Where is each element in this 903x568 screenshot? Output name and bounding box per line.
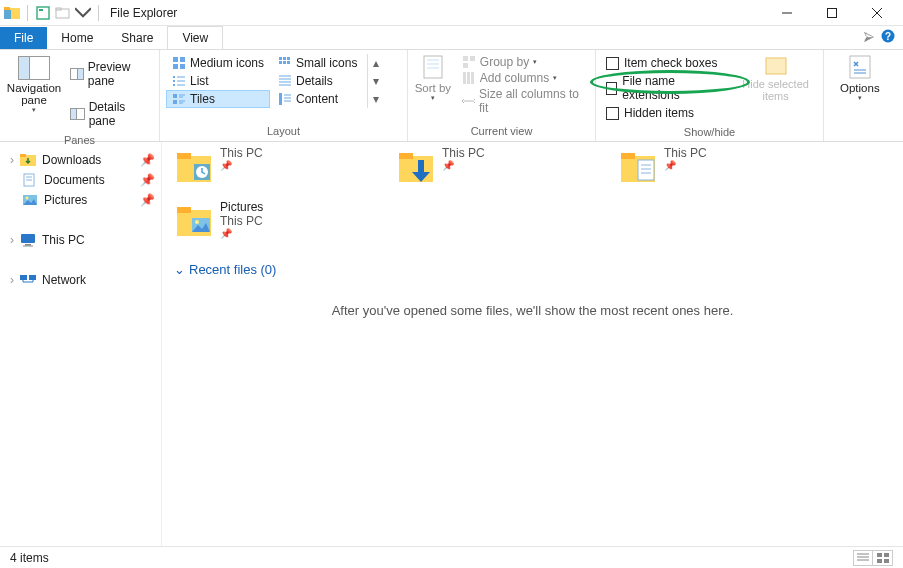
- window-title: File Explorer: [110, 6, 177, 20]
- tile-item[interactable]: This PC📌: [614, 142, 824, 190]
- svg-rect-21: [283, 61, 286, 64]
- title-bar: File Explorer: [0, 0, 903, 26]
- svg-rect-67: [23, 246, 33, 247]
- layout-scroll-up[interactable]: ▴: [370, 54, 382, 72]
- help-icon[interactable]: ?: [881, 29, 895, 46]
- svg-rect-6: [56, 8, 61, 10]
- layout-details[interactable]: Details: [272, 72, 363, 90]
- svg-point-64: [26, 197, 29, 200]
- details-pane-button[interactable]: Details pane: [66, 98, 153, 130]
- svg-rect-48: [470, 56, 475, 61]
- content-area: This PC📌 This PC📌 This PC📌 PicturesThis …: [162, 142, 903, 546]
- layout-tiles[interactable]: Tiles: [166, 90, 270, 108]
- layout-content[interactable]: Content: [272, 90, 363, 108]
- layout-list[interactable]: List: [166, 72, 270, 90]
- current-view-group-label: Current view: [414, 123, 589, 139]
- sidebar-item-documents[interactable]: Documents 📌: [0, 170, 161, 190]
- hide-selected-button[interactable]: Hide selected items: [734, 54, 817, 102]
- view-details-toggle[interactable]: [853, 550, 873, 566]
- svg-point-88: [195, 220, 199, 224]
- recent-files-header[interactable]: ⌄ Recent files (0): [174, 262, 895, 277]
- close-button[interactable]: [854, 0, 899, 26]
- svg-rect-4: [39, 9, 43, 11]
- svg-rect-54: [766, 58, 786, 74]
- svg-rect-16: [180, 64, 185, 69]
- svg-rect-39: [279, 93, 282, 105]
- svg-rect-94: [877, 559, 882, 563]
- sort-by-button[interactable]: Sort by ▾: [414, 54, 452, 102]
- navigation-pane-button[interactable]: Navigation pane ▾: [6, 54, 62, 116]
- svg-rect-18: [283, 57, 286, 60]
- chevron-right-icon: ›: [10, 153, 14, 167]
- qat-customize-icon[interactable]: [75, 5, 91, 21]
- tab-view[interactable]: View: [167, 26, 223, 49]
- minimize-button[interactable]: [764, 0, 809, 26]
- tab-file[interactable]: File: [0, 27, 47, 49]
- minimize-ribbon-icon[interactable]: ⮚: [863, 31, 875, 45]
- svg-rect-51: [467, 72, 470, 84]
- svg-rect-52: [471, 72, 474, 84]
- layout-small-icons[interactable]: Small icons: [272, 54, 363, 72]
- svg-rect-59: [20, 154, 26, 157]
- options-button[interactable]: Options ▾: [830, 54, 890, 102]
- qat-new-folder-icon[interactable]: [55, 5, 71, 21]
- tab-share[interactable]: Share: [107, 27, 167, 49]
- item-check-boxes-checkbox[interactable]: Item check boxes: [602, 54, 722, 72]
- status-bar: 4 items: [0, 546, 903, 568]
- status-item-count: 4 items: [10, 551, 49, 565]
- group-by-button[interactable]: Group by ▾: [458, 54, 589, 70]
- pin-icon: 📌: [140, 153, 155, 167]
- sidebar-item-pictures[interactable]: Pictures 📌: [0, 190, 161, 210]
- layout-scroll-down[interactable]: ▾: [370, 72, 382, 90]
- svg-rect-36: [173, 100, 177, 104]
- sidebar-item-downloads[interactable]: › Downloads 📌: [0, 150, 161, 170]
- svg-rect-68: [20, 275, 27, 280]
- panes-group-label: Panes: [6, 132, 153, 148]
- svg-rect-22: [287, 61, 290, 64]
- layout-scroll-more[interactable]: ▾: [370, 90, 382, 108]
- svg-rect-1: [4, 7, 10, 10]
- layout-medium-icons[interactable]: Medium icons: [166, 54, 270, 72]
- file-explorer-icon: [4, 5, 20, 21]
- tile-item[interactable]: PicturesThis PC📌: [170, 196, 380, 244]
- svg-rect-17: [279, 57, 282, 60]
- hidden-items-checkbox[interactable]: Hidden items: [602, 104, 722, 122]
- svg-rect-47: [463, 56, 468, 61]
- navigation-sidebar: › Downloads 📌 Documents 📌 Pictures 📌 › T…: [0, 142, 162, 546]
- preview-pane-button[interactable]: Preview pane: [66, 58, 153, 90]
- svg-rect-55: [850, 56, 870, 78]
- svg-rect-25: [173, 80, 175, 82]
- size-columns-button[interactable]: Size all columns to fit: [458, 86, 589, 116]
- svg-rect-2: [4, 10, 11, 19]
- sidebar-item-network[interactable]: › Network: [0, 270, 161, 290]
- svg-rect-33: [173, 94, 177, 98]
- recent-empty-message: After you've opened some files, we'll sh…: [170, 303, 895, 318]
- svg-rect-65: [21, 234, 35, 243]
- svg-rect-78: [399, 153, 413, 159]
- qat-properties-icon[interactable]: [35, 5, 51, 21]
- tab-home[interactable]: Home: [47, 27, 107, 49]
- pin-icon: 📌: [442, 160, 485, 171]
- tile-item[interactable]: This PC📌: [392, 142, 602, 190]
- svg-rect-92: [877, 553, 882, 557]
- folder-downloads-icon: [396, 146, 436, 186]
- svg-rect-80: [621, 153, 635, 159]
- svg-rect-49: [463, 63, 468, 68]
- show-hide-group-label: Show/hide: [602, 124, 817, 140]
- svg-rect-3: [37, 7, 49, 19]
- svg-rect-20: [279, 61, 282, 64]
- view-thumbnails-toggle[interactable]: [873, 550, 893, 566]
- file-name-extensions-checkbox[interactable]: File name extensions: [602, 72, 722, 104]
- pin-icon: 📌: [140, 193, 155, 207]
- svg-text:?: ?: [885, 31, 891, 42]
- maximize-button[interactable]: [809, 0, 854, 26]
- sidebar-item-this-pc[interactable]: › This PC: [0, 230, 161, 250]
- svg-rect-14: [180, 57, 185, 62]
- svg-rect-93: [884, 553, 889, 557]
- tile-item[interactable]: This PC📌: [170, 142, 380, 190]
- add-columns-button[interactable]: Add columns ▾: [458, 70, 589, 86]
- svg-rect-43: [424, 56, 442, 78]
- svg-rect-74: [177, 153, 191, 159]
- svg-rect-69: [29, 275, 36, 280]
- chevron-right-icon: ›: [10, 233, 14, 247]
